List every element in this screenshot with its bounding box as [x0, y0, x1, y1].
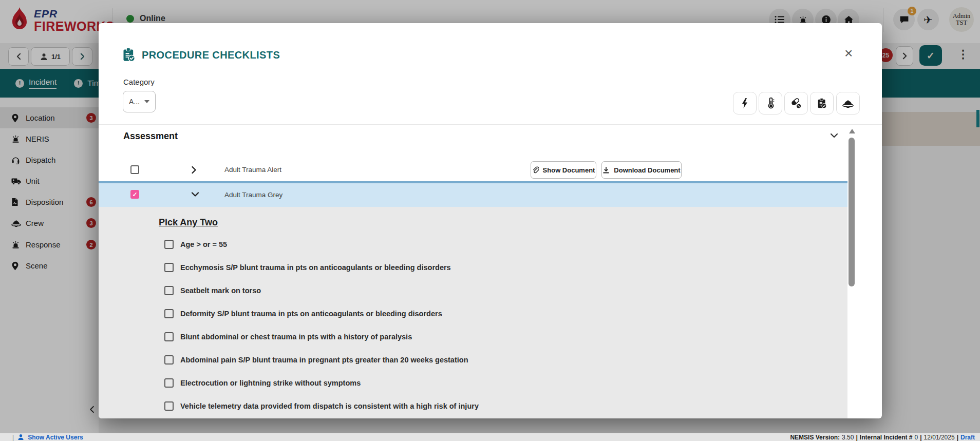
temperature-shortcut-button[interactable]	[759, 92, 782, 114]
download-icon	[602, 166, 610, 174]
show-document-button[interactable]: Show Document	[531, 161, 596, 179]
download-document-label: Download Document	[614, 166, 680, 174]
statusbar-pipe: |	[12, 434, 14, 441]
row-checkbox[interactable]	[130, 165, 139, 174]
nemsis-version-value: 3.50	[842, 434, 854, 441]
internal-incident-label: Internal Incident #	[860, 434, 913, 441]
modal-title-text: PROCEDURE CHECKLISTS	[142, 49, 280, 61]
nemsis-version-label: NEMSIS Version:	[790, 434, 840, 441]
category-value: A...	[129, 98, 140, 106]
option-label: Seatbelt mark on torso	[180, 286, 261, 295]
category-select[interactable]: A...	[123, 91, 156, 112]
checklist-option[interactable]: Blunt abdominal or chest trauma in pts w…	[99, 328, 847, 346]
scrollbar-thumb[interactable]	[849, 138, 855, 286]
option-checkbox[interactable]	[164, 401, 174, 411]
option-label: Blunt abdominal or chest trauma in pts w…	[180, 333, 412, 341]
checklist-row-adult-trauma-grey[interactable]: ✓ Adult Trauma Grey	[99, 181, 847, 207]
chevron-down-icon	[830, 133, 838, 138]
download-document-button[interactable]: Download Document	[601, 161, 682, 179]
checklist-option[interactable]: Vehicle telemetry data provided from dis…	[99, 397, 847, 415]
draft-status-link[interactable]: Draft	[960, 434, 975, 441]
option-label: Age > or = 55	[180, 240, 227, 248]
row-label: Adult Trauma Alert	[224, 166, 281, 174]
person-icon	[17, 434, 24, 440]
section-collapse-button[interactable]	[830, 133, 838, 138]
checklist-option[interactable]: Ecchymosis S/P blunt trauma in pts on an…	[99, 258, 847, 277]
checklist-option[interactable]: Age > or = 55	[99, 235, 847, 254]
category-label: Category	[123, 78, 155, 86]
checklists-shortcut-button[interactable]	[810, 92, 834, 114]
checklist-option[interactable]: Abdominal pain S/P blunt trauma in pregn…	[99, 351, 847, 369]
separator: |	[920, 434, 921, 441]
lightning-icon	[741, 98, 749, 109]
clipboard-check-icon	[122, 48, 136, 62]
option-checkbox[interactable]	[164, 286, 174, 295]
option-checkbox[interactable]	[164, 263, 174, 272]
assessment-section-title: Assessment	[123, 131, 178, 142]
checklist-expanded-area: Pick Any Two Age > or = 55 Ecchymosis S/…	[99, 207, 847, 418]
medication-icon	[790, 98, 802, 109]
row-checkbox-checked[interactable]: ✓	[130, 190, 139, 199]
option-label: Vehicle telemetry data provided from dis…	[180, 402, 479, 410]
option-checkbox[interactable]	[164, 378, 174, 388]
crew-shortcut-button[interactable]	[836, 92, 860, 114]
clipboard-check-icon	[817, 98, 827, 109]
close-icon[interactable]: ×	[844, 47, 853, 60]
option-label: Abdominal pain S/P blunt trauma in pregn…	[180, 356, 468, 364]
checklist-option[interactable]: Electrocution or lightning strike withou…	[99, 374, 847, 392]
chevron-down-icon[interactable]	[191, 191, 199, 197]
check-icon: ✓	[132, 191, 137, 198]
pick-any-two-heading: Pick Any Two	[159, 217, 218, 228]
checklist-row-adult-trauma-alert[interactable]: Adult Trauma Alert Show Document Downloa…	[99, 159, 847, 181]
procedure-checklists-modal: PROCEDURE CHECKLISTS × Category A... Ass…	[99, 23, 882, 418]
chevron-down-icon	[144, 100, 149, 103]
checklist-option[interactable]: Deformity S/P blunt trauma in pts on ant…	[99, 304, 847, 323]
statusbar-date: 12/01/2025	[924, 434, 955, 441]
separator: |	[856, 434, 857, 441]
option-label: Electrocution or lightning strike withou…	[180, 379, 361, 387]
show-document-label: Show Document	[543, 166, 595, 174]
vitals-shortcut-button[interactable]	[733, 92, 757, 114]
option-checkbox[interactable]	[164, 309, 174, 318]
show-active-users-link[interactable]: Show Active Users	[28, 434, 83, 441]
statusbar-info: NEMSIS Version: 3.50 | Internal Incident…	[790, 434, 975, 441]
internal-incident-value: 0	[915, 434, 918, 441]
paperclip-icon	[532, 166, 539, 174]
chevron-right-icon[interactable]	[191, 166, 197, 174]
option-label: Ecchymosis S/P blunt trauma in pts on an…	[180, 263, 451, 272]
scroll-up-arrow[interactable]	[849, 129, 855, 133]
helmet-icon	[842, 99, 854, 108]
checklist-option[interactable]: Seatbelt mark on torso	[99, 281, 847, 300]
modal-divider	[99, 124, 882, 125]
separator: |	[957, 434, 958, 441]
thermometer-icon	[767, 98, 775, 109]
option-checkbox[interactable]	[164, 240, 174, 249]
option-checkbox[interactable]	[164, 355, 174, 365]
modal-title: PROCEDURE CHECKLISTS	[122, 48, 280, 62]
medications-shortcut-button[interactable]	[784, 92, 808, 114]
app-window: EPR FIREWORKS Online 1 ✈ Admin TST	[0, 0, 980, 441]
option-checkbox[interactable]	[164, 332, 174, 341]
status-bar: | Show Active Users NEMSIS Version: 3.50…	[0, 433, 980, 441]
row-label: Adult Trauma Grey	[224, 191, 282, 199]
option-label: Deformity S/P blunt trauma in pts on ant…	[180, 310, 442, 318]
